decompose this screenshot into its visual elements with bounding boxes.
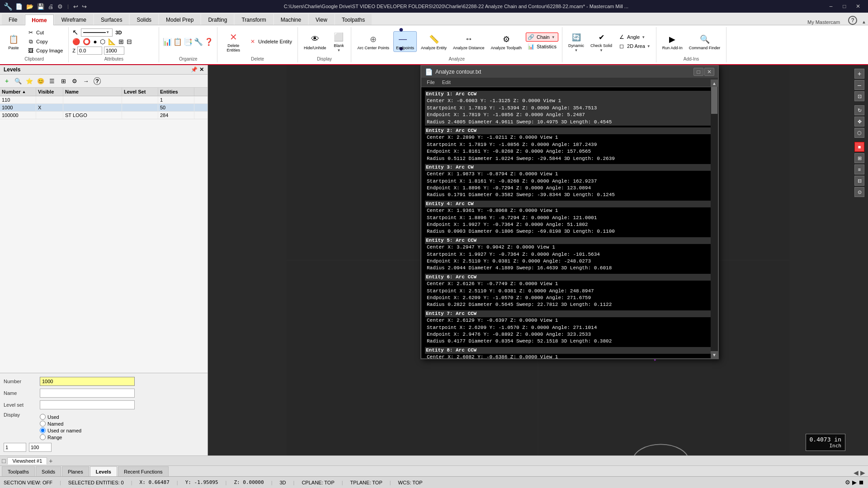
viewsheet-tab-1[interactable]: Viewsheet #1 <box>7 457 47 465</box>
misc-btn-4[interactable]: ⊙ <box>854 187 864 197</box>
tab-solids[interactable]: Solids <box>36 466 61 476</box>
chain-button[interactable]: 🔗 Chain ▼ <box>526 33 558 42</box>
col-header-visible[interactable]: Visible <box>36 88 63 96</box>
copy-button[interactable]: ⧉ Copy <box>25 38 65 46</box>
analyze-distance-button[interactable]: ↔ Analyze Distance <box>451 32 487 52</box>
endpoints-button[interactable]: ●—● Endpoints <box>393 31 417 52</box>
tab-home[interactable]: Home <box>25 14 53 25</box>
fit-button[interactable]: ⊡ <box>854 91 864 101</box>
organize-icon-2[interactable]: 📋 <box>173 38 182 46</box>
tab-surfaces[interactable]: Surfaces <box>94 14 129 25</box>
organize-icon-4[interactable]: 🔧 <box>194 38 203 46</box>
col-header-level-set[interactable]: Level Set <box>122 88 158 96</box>
tb-icon-print[interactable]: 🖨 <box>47 3 55 10</box>
dynamic-button[interactable]: 🔄 Dynamic ▼ <box>566 29 586 54</box>
paste-button[interactable]: 📋 Paste <box>4 32 24 52</box>
tab-solids[interactable]: Solids <box>130 14 158 25</box>
col-header-entities[interactable]: Entities <box>158 88 194 96</box>
number-input[interactable] <box>40 377 135 386</box>
misc-btn-2[interactable]: ≡ <box>854 164 864 174</box>
tb-icon-settings[interactable]: ⚙ <box>57 3 64 10</box>
levels-gear-button[interactable]: ⚙ <box>70 76 80 86</box>
zoom-in-button[interactable]: + <box>854 69 864 79</box>
tab-recent-functions[interactable]: Recent Functions <box>118 466 169 476</box>
zoom-out-button[interactable]: – <box>854 80 864 90</box>
levels-list-button[interactable]: ☰ <box>47 76 57 86</box>
radio-used-or-named[interactable]: Used or named <box>40 427 81 433</box>
radio-used[interactable]: Used <box>40 414 81 420</box>
minimize-button[interactable]: – <box>825 2 837 11</box>
close-button[interactable]: ✕ <box>852 2 864 11</box>
red-button-1[interactable]: ■ <box>854 142 864 152</box>
dialog-menu-file[interactable]: File <box>423 79 439 86</box>
scroll-up-button[interactable]: ▲ <box>711 80 718 87</box>
num-input-1000[interactable] <box>104 47 124 55</box>
tb-icon-undo[interactable]: ↩ <box>72 3 79 10</box>
levels-pin-icon[interactable]: 📌 <box>191 66 198 73</box>
copy-image-button[interactable]: 🖼 Copy Image <box>25 47 65 55</box>
viewsheet-add-icon[interactable]: + <box>49 457 52 465</box>
col-header-number[interactable]: Number ▲ <box>0 88 36 96</box>
tab-file[interactable]: File <box>2 14 24 25</box>
my-mastercam[interactable]: My Mastercam <box>802 19 845 25</box>
cut-button[interactable]: ✂ Cut <box>25 28 65 37</box>
scroll-down-button[interactable]: ▼ <box>711 351 718 358</box>
levels-table-button[interactable]: ⊞ <box>58 76 68 86</box>
dialog-content[interactable]: Entity 1: Arc CCW Center X: -0.6003 Y: -… <box>421 87 718 358</box>
col-header-name[interactable]: Name <box>63 88 122 96</box>
status-icon-1[interactable]: ⚙ <box>845 479 850 486</box>
radio-range[interactable]: Range <box>40 434 81 440</box>
tab-machine[interactable]: Machine <box>274 14 308 25</box>
levels-add-button[interactable]: + <box>2 76 12 86</box>
radio-named[interactable]: Named <box>40 421 81 427</box>
levels-face-button[interactable]: 😊 <box>36 76 46 86</box>
dialog-maximize-button[interactable]: □ <box>693 68 703 76</box>
help-icon[interactable]: ? <box>845 16 860 25</box>
name-input[interactable] <box>40 389 135 398</box>
tab-toolpaths[interactable]: Toolpaths <box>2 466 35 476</box>
rotate-button[interactable]: ↻ <box>854 105 864 115</box>
z-input[interactable] <box>77 47 102 55</box>
blank-button[interactable]: ⬜ Blank ▼ <box>330 29 347 54</box>
tb-icon-save[interactable]: 💾 <box>36 3 45 10</box>
scroll-thumb[interactable] <box>711 87 717 114</box>
tab-levels[interactable]: Levels <box>90 466 117 476</box>
tb-icon-redo[interactable]: ↪ <box>81 3 88 10</box>
check-solid-button[interactable]: ✔ Check Solid ▼ <box>588 29 614 54</box>
range-to-input[interactable] <box>29 443 52 452</box>
dialog-menu-edit[interactable]: Edit <box>439 79 454 86</box>
right-arrow-icon[interactable]: ▶ <box>860 469 865 476</box>
2d-area-button[interactable]: ◻ 2D Area ▼ <box>616 42 652 50</box>
hide-unhide-button[interactable]: 👁 Hide/Unhide <box>302 32 329 52</box>
tb-icon-open[interactable]: 📂 <box>25 3 34 10</box>
misc-btn-3[interactable]: ⊟ <box>854 176 864 186</box>
organize-icon-3[interactable]: 📑 <box>184 38 193 46</box>
status-icon-3[interactable]: ⏹ <box>859 479 864 486</box>
statistics-button[interactable]: 📊 Statistics <box>526 42 558 51</box>
pan-button[interactable]: ✥ <box>854 117 864 127</box>
levels-search-button[interactable]: 🔍 <box>13 76 23 86</box>
range-from-input[interactable] <box>4 443 26 452</box>
ribbon-collapse[interactable]: ▲ <box>860 19 868 25</box>
tab-model-prep[interactable]: Model Prep <box>159 14 200 25</box>
angle-button[interactable]: ∠ Angle ▼ <box>616 33 652 41</box>
levelset-input[interactable] <box>40 400 135 409</box>
misc-btn-1[interactable]: ⊞ <box>854 153 864 163</box>
tab-view[interactable]: View <box>309 14 334 25</box>
tab-drafting[interactable]: Drafting <box>201 14 234 25</box>
undelete-button[interactable]: ✕ Undelete Entity <box>247 38 294 46</box>
levels-star-button[interactable]: ⭐ <box>24 76 34 86</box>
dialog-close-button[interactable]: ✕ <box>704 68 714 76</box>
analyze-entity-button[interactable]: 📏 Analyze Entity <box>419 32 449 52</box>
table-row[interactable]: 1000 X 50 <box>0 104 208 112</box>
organize-icon-5[interactable]: ❓ <box>204 38 213 46</box>
levels-arrow-button[interactable]: → <box>81 76 91 86</box>
tab-toolpaths[interactable]: Toolpaths <box>335 14 372 25</box>
maximize-button[interactable]: □ <box>838 2 851 11</box>
line-style-dropdown[interactable]: ▼ <box>81 28 113 37</box>
organize-icon-1[interactable]: 📊 <box>163 38 172 46</box>
canvas-area[interactable]: 0.4073 in Inch + – ⊡ ↻ ✥ ⬡ ■ ⊞ ≡ ⊟ ⊙ 📄 A… <box>208 65 868 455</box>
arc-center-points-button[interactable]: ⊕ Arc Center Points <box>355 32 392 52</box>
levels-help-button[interactable]: ? <box>92 76 102 86</box>
tab-wireframe[interactable]: Wireframe <box>55 14 93 25</box>
